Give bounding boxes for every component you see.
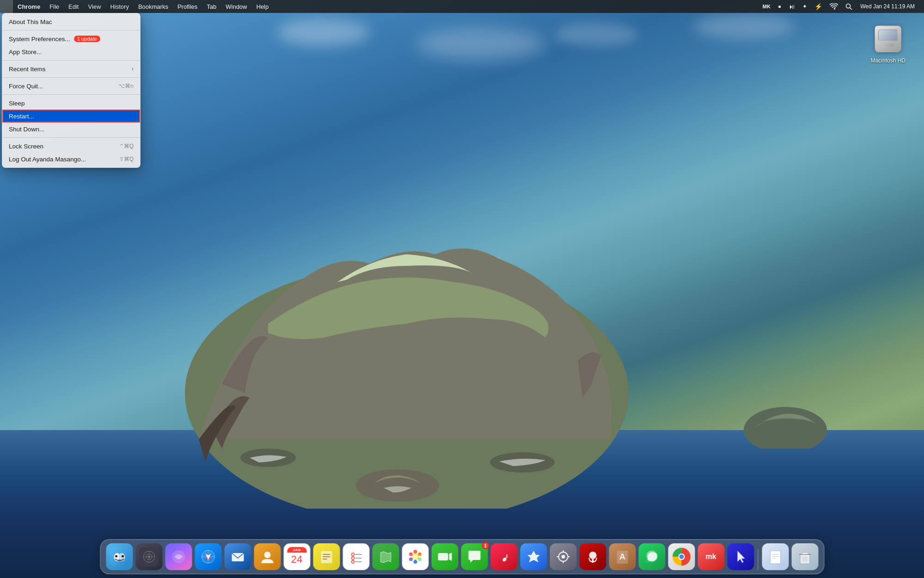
svg-point-79 — [679, 554, 684, 559]
svg-point-3 — [356, 469, 439, 502]
dock-siri[interactable] — [165, 543, 192, 570]
svg-point-4 — [744, 407, 827, 449]
menubar-file[interactable]: File — [45, 0, 64, 13]
svg-rect-53 — [438, 553, 448, 560]
dock-messages[interactable]: 1 — [461, 543, 488, 570]
menubar-search[interactable] — [843, 0, 855, 13]
svg-point-45 — [413, 550, 417, 553]
menubar-media-controls[interactable]: ⏯ — [786, 0, 798, 13]
dock-whatsapp[interactable] — [638, 543, 665, 570]
hd-disk-icon — [871, 22, 905, 55]
menu-separator-5 — [2, 137, 140, 138]
dock-launchpad[interactable] — [135, 543, 162, 570]
menu-item-appstore[interactable]: App Store... — [2, 45, 140, 58]
dock-micro[interactable] — [579, 543, 606, 570]
svg-marker-54 — [449, 553, 452, 561]
menu-item-sysprefs[interactable]: System Preferences... 1 update — [2, 32, 140, 45]
menubar-chrome[interactable]: Chrome — [13, 0, 45, 13]
cloud — [693, 14, 795, 39]
dock-notes[interactable] — [313, 543, 340, 570]
svg-rect-56 — [494, 547, 514, 566]
cloud — [416, 28, 545, 60]
svg-rect-31 — [321, 551, 332, 563]
svg-rect-83 — [770, 551, 780, 564]
menu-item-recent[interactable]: Recent Items › — [2, 62, 140, 75]
dock: JAN 24 — [100, 539, 824, 574]
cloud — [277, 18, 370, 46]
lockscreen-shortcut: ⌃⌘Q — [119, 143, 134, 149]
forcequit-shortcut: ⌥⌘⎋ — [118, 83, 134, 89]
distant-island — [739, 393, 832, 449]
menubar-left: Chrome File Edit View History Bookmarks … — [0, 0, 273, 13]
menubar-right: MK ● ⏯ ✦ ⚡ Wed Jan 24 11:19 AM — [760, 0, 924, 13]
dock-reminders[interactable] — [343, 543, 369, 570]
menubar-wifi[interactable] — [827, 0, 841, 13]
menu-separator-2 — [2, 60, 140, 61]
dock-mk[interactable]: mk — [698, 543, 724, 570]
menu-item-about[interactable]: About This Mac — [2, 15, 140, 28]
dock-maps[interactable] — [372, 543, 399, 570]
menubar-battery[interactable]: ⚡ — [812, 0, 825, 13]
menu-item-restart[interactable]: Restart... — [2, 110, 140, 123]
svg-point-5 — [846, 4, 851, 8]
menu-item-logout[interactable]: Log Out Ayanda Masango... ⇧⌘Q — [2, 153, 140, 166]
sysprefs-badge: 1 update — [74, 36, 100, 42]
svg-point-50 — [409, 553, 412, 556]
cloud — [555, 23, 638, 46]
menubar-window[interactable]: Window — [221, 0, 251, 13]
menubar-edit[interactable]: Edit — [64, 0, 83, 13]
svg-point-10 — [115, 555, 117, 558]
hd-label: Macintosh HD — [871, 57, 906, 64]
menubar-history[interactable]: History — [105, 0, 133, 13]
menubar-profiles[interactable]: Profiles — [173, 0, 202, 13]
logout-shortcut: ⇧⌘Q — [119, 156, 134, 162]
dock-finder[interactable] — [106, 543, 133, 570]
dock-mail[interactable] — [224, 543, 251, 570]
svg-point-51 — [412, 554, 418, 560]
menubar-view[interactable]: View — [83, 0, 105, 13]
menu-item-lockscreen[interactable]: Lock Screen ⌃⌘Q — [2, 140, 140, 153]
dock-facetime[interactable] — [431, 543, 458, 570]
svg-point-29 — [264, 552, 270, 558]
menubar-help[interactable]: Help — [252, 0, 274, 13]
dock-safari[interactable] — [195, 543, 221, 570]
dock-dict[interactable]: A — [609, 543, 636, 570]
apple-menu-trigger[interactable] — [0, 0, 13, 13]
dock-chrome[interactable] — [668, 543, 695, 570]
menubar-bluetooth[interactable]: ✦ — [800, 0, 810, 13]
macintosh-hd-icon[interactable]: Macintosh HD — [871, 22, 906, 64]
menu-separator-1 — [2, 30, 140, 31]
dock-trash[interactable] — [791, 543, 818, 570]
svg-point-48 — [413, 560, 417, 564]
svg-point-60 — [561, 555, 565, 559]
dock-contacts[interactable] — [254, 543, 281, 570]
dock-sysprefs[interactable] — [550, 543, 576, 570]
menubar-mk-icon[interactable]: MK — [760, 0, 773, 13]
svg-point-11 — [122, 555, 124, 558]
menubar-lastpass[interactable]: ● — [775, 0, 784, 13]
svg-point-66 — [589, 552, 596, 559]
menu-item-forcequit[interactable]: Force Quit... ⌥⌘⎋ — [2, 80, 140, 92]
dock-cursor[interactable] — [727, 543, 754, 570]
hd-disk-visual — [875, 25, 901, 52]
menubar-tab[interactable]: Tab — [202, 0, 221, 13]
menu-item-shutdown[interactable]: Shut Down... — [2, 123, 140, 135]
menubar-datetime[interactable]: Wed Jan 24 11:19 AM — [857, 0, 918, 13]
svg-text:A: A — [619, 552, 625, 561]
menubar-bookmarks[interactable]: Bookmarks — [134, 0, 173, 13]
menu-separator-4 — [2, 94, 140, 95]
svg-line-6 — [850, 8, 852, 10]
svg-point-47 — [418, 558, 422, 561]
dock-separator — [758, 549, 758, 570]
menu-separator-3 — [2, 77, 140, 78]
dock-photos[interactable] — [402, 543, 428, 570]
menu-item-sleep[interactable]: Sleep — [2, 97, 140, 110]
dock-music[interactable] — [490, 543, 517, 570]
dock-calendar[interactable]: JAN 24 — [283, 543, 310, 570]
svg-point-46 — [418, 553, 422, 556]
dock-appstore[interactable] — [520, 543, 547, 570]
island-svg — [176, 162, 638, 509]
messages-badge: 1 — [482, 542, 489, 549]
dock-preview[interactable] — [762, 543, 789, 570]
menubar: Chrome File Edit View History Bookmarks … — [0, 0, 924, 13]
